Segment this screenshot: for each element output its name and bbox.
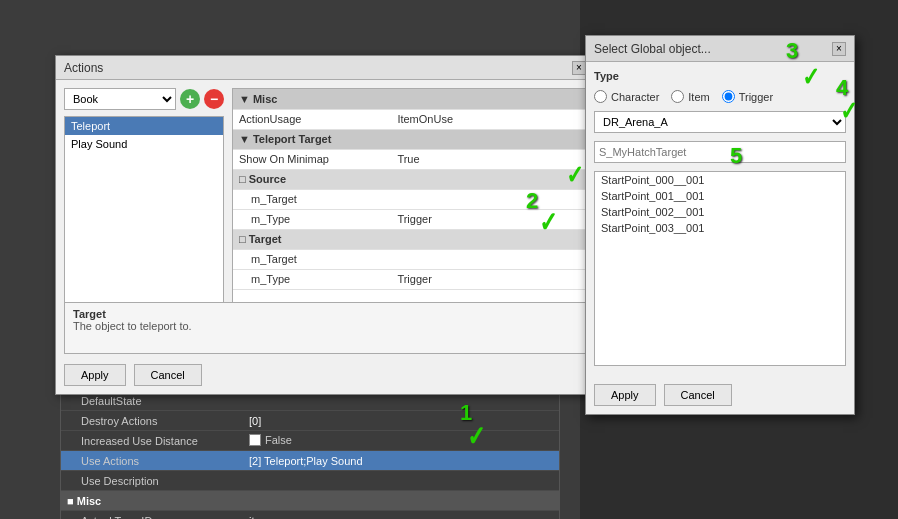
actual-type-label: Actual Type ID <box>61 515 241 520</box>
target-type-row: m_Type Trigger <box>233 269 585 289</box>
target-collapse-icon: □ <box>239 233 249 245</box>
actual-type-row: Actual Type ID item <box>61 511 559 519</box>
result-item-2[interactable]: StartPoint_002__001 <box>595 204 845 220</box>
add-action-button[interactable]: + <box>180 89 200 109</box>
destroy-actions-label: Destroy Actions <box>61 415 241 427</box>
description-area: Target The object to teleport to. <box>64 302 586 354</box>
misc-section-row: ■ Misc <box>61 491 559 511</box>
radio-item[interactable]: Item <box>671 90 709 103</box>
action-usage-value: ItemOnUse <box>391 109 585 129</box>
use-description-label: Use Description <box>61 475 241 487</box>
result-item-3[interactable]: StartPoint_003__001 <box>595 220 845 236</box>
target-target-row: m_Target <box>233 249 585 269</box>
bottom-properties-panel: DefaultState Destroy Actions [0] Increas… <box>60 390 560 519</box>
radio-character[interactable]: Character <box>594 90 659 103</box>
misc-section-header: ▼ Misc <box>233 89 585 109</box>
source-target-value <box>391 189 585 209</box>
source-subsection: □ Source <box>233 169 585 189</box>
global-dialog-content: Type Character Item Trigger DR_Arena_A S… <box>586 62 854 374</box>
target-target-label: m_Target <box>233 249 391 269</box>
increased-use-distance-value: False <box>241 434 559 448</box>
results-list: StartPoint_000__001 StartPoint_001__001 … <box>594 171 846 366</box>
actions-dialog-close[interactable]: × <box>572 61 586 75</box>
misc-collapse-icon: ▼ <box>239 93 253 105</box>
book-select-row: Book + − <box>64 88 224 110</box>
description-title: Target <box>73 308 577 320</box>
show-minimap-row: Show On Minimap True <box>233 149 585 169</box>
use-actions-value: [2] Teleport;Play Sound <box>241 455 559 467</box>
target-type-label: m_Type <box>233 269 391 289</box>
global-cancel-button[interactable]: Cancel <box>664 384 732 406</box>
source-type-row: m_Type Trigger <box>233 209 585 229</box>
arena-dropdown[interactable]: DR_Arena_A <box>594 111 846 133</box>
global-dialog-title: Select Global object... <box>594 42 711 56</box>
radio-trigger-label: Trigger <box>739 91 773 103</box>
radio-character-label: Character <box>611 91 659 103</box>
search-input[interactable] <box>594 141 846 163</box>
radio-trigger[interactable]: Trigger <box>722 90 773 103</box>
type-radio-group: Character Item Trigger <box>594 90 846 103</box>
target-target-value <box>391 249 585 269</box>
destroy-actions-row: Destroy Actions [0] <box>61 411 559 431</box>
global-object-dialog: Select Global object... × Type Character… <box>585 35 855 415</box>
radio-trigger-input[interactable] <box>722 90 735 103</box>
actions-cancel-button[interactable]: Cancel <box>134 364 202 386</box>
target-subsection: □ Target <box>233 229 585 249</box>
source-type-value: Trigger <box>391 209 585 229</box>
type-label: Type <box>594 70 846 82</box>
increased-use-distance-label: Increased Use Distance <box>61 435 241 447</box>
source-target-label: m_Target <box>233 189 391 209</box>
target-type-value: Trigger <box>391 269 585 289</box>
action-item-play-sound[interactable]: Play Sound <box>65 135 223 153</box>
actions-dialog: Actions × Book + − Teleport Play Sound <box>55 55 595 395</box>
show-minimap-label: Show On Minimap <box>233 149 391 169</box>
use-description-row: Use Description <box>61 471 559 491</box>
increased-use-distance-row: Increased Use Distance False <box>61 431 559 451</box>
global-dialog-buttons: Apply Cancel <box>594 384 732 406</box>
source-collapse-icon: □ <box>239 173 249 185</box>
result-item-1[interactable]: StartPoint_001__001 <box>595 188 845 204</box>
action-item-teleport[interactable]: Teleport <box>65 117 223 135</box>
description-text: The object to teleport to. <box>73 320 577 332</box>
global-dialog-close[interactable]: × <box>832 42 846 56</box>
teleport-target-section: ▼ Teleport Target <box>233 129 585 149</box>
use-actions-label: Use Actions <box>61 455 241 467</box>
action-usage-row: ActionUsage ItemOnUse <box>233 109 585 129</box>
result-item-0[interactable]: StartPoint_000__001 <box>595 172 845 188</box>
show-minimap-value: True <box>391 149 585 169</box>
default-state-label: DefaultState <box>61 395 241 407</box>
misc-collapse-icon: ■ <box>67 495 74 507</box>
radio-item-input[interactable] <box>671 90 684 103</box>
checkbox-box <box>249 434 261 446</box>
properties-table: ▼ Misc ActionUsage ItemOnUse ▼ Teleport … <box>233 89 585 290</box>
teleport-collapse-icon: ▼ <box>239 133 253 145</box>
actions-dialog-buttons: Apply Cancel <box>64 364 202 386</box>
use-actions-row[interactable]: Use Actions [2] Teleport;Play Sound <box>61 451 559 471</box>
destroy-actions-value: [0] <box>241 415 559 427</box>
actions-dialog-title: Actions <box>64 61 103 75</box>
radio-item-label: Item <box>688 91 709 103</box>
global-dialog-titlebar: Select Global object... × <box>586 36 854 62</box>
actions-dialog-titlebar: Actions × <box>56 56 594 80</box>
false-checkbox[interactable]: False <box>249 434 292 446</box>
book-select[interactable]: Book <box>64 88 176 110</box>
remove-action-button[interactable]: − <box>204 89 224 109</box>
actual-type-value: item <box>241 515 559 520</box>
global-apply-button[interactable]: Apply <box>594 384 656 406</box>
actions-apply-button[interactable]: Apply <box>64 364 126 386</box>
source-target-row: m_Target <box>233 189 585 209</box>
source-type-label: m_Type <box>233 209 391 229</box>
action-usage-label: ActionUsage <box>233 109 391 129</box>
misc-section-label: ■ Misc <box>61 495 241 507</box>
radio-character-input[interactable] <box>594 90 607 103</box>
